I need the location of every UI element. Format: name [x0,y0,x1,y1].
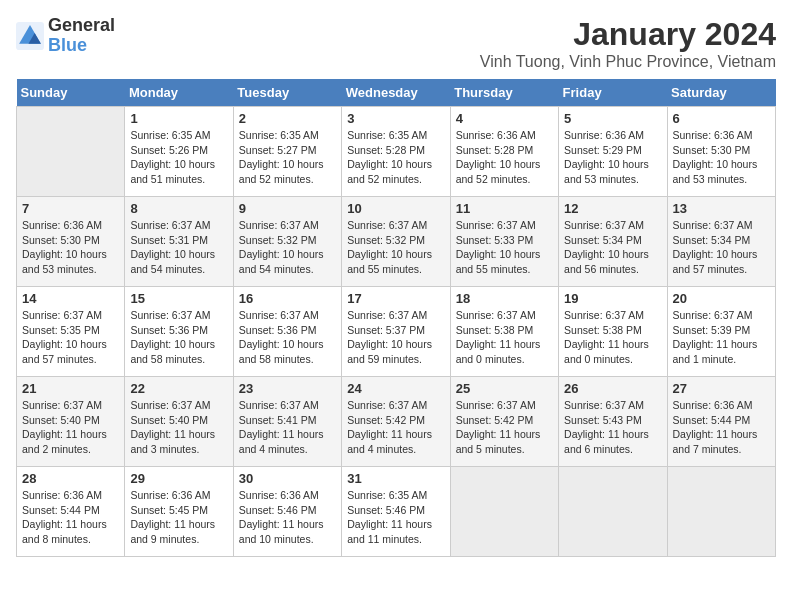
day-number: 1 [130,111,227,126]
day-number: 17 [347,291,444,306]
day-number: 26 [564,381,661,396]
day-number: 29 [130,471,227,486]
calendar-cell: 19Sunrise: 6:37 AM Sunset: 5:38 PM Dayli… [559,287,667,377]
day-number: 5 [564,111,661,126]
calendar-cell: 30Sunrise: 6:36 AM Sunset: 5:46 PM Dayli… [233,467,341,557]
calendar-cell: 17Sunrise: 6:37 AM Sunset: 5:37 PM Dayli… [342,287,450,377]
day-info: Sunrise: 6:36 AM Sunset: 5:30 PM Dayligh… [22,218,119,277]
header-sunday: Sunday [17,79,125,107]
day-info: Sunrise: 6:37 AM Sunset: 5:34 PM Dayligh… [673,218,770,277]
calendar-week-row: 7Sunrise: 6:36 AM Sunset: 5:30 PM Daylig… [17,197,776,287]
day-number: 7 [22,201,119,216]
day-number: 6 [673,111,770,126]
day-info: Sunrise: 6:37 AM Sunset: 5:32 PM Dayligh… [347,218,444,277]
day-info: Sunrise: 6:36 AM Sunset: 5:46 PM Dayligh… [239,488,336,547]
calendar-cell: 14Sunrise: 6:37 AM Sunset: 5:35 PM Dayli… [17,287,125,377]
calendar-cell: 2Sunrise: 6:35 AM Sunset: 5:27 PM Daylig… [233,107,341,197]
calendar-week-row: 14Sunrise: 6:37 AM Sunset: 5:35 PM Dayli… [17,287,776,377]
day-info: Sunrise: 6:37 AM Sunset: 5:38 PM Dayligh… [456,308,553,367]
day-info: Sunrise: 6:37 AM Sunset: 5:37 PM Dayligh… [347,308,444,367]
day-number: 12 [564,201,661,216]
day-info: Sunrise: 6:37 AM Sunset: 5:31 PM Dayligh… [130,218,227,277]
calendar-cell: 6Sunrise: 6:36 AM Sunset: 5:30 PM Daylig… [667,107,775,197]
calendar-cell: 21Sunrise: 6:37 AM Sunset: 5:40 PM Dayli… [17,377,125,467]
calendar-cell: 8Sunrise: 6:37 AM Sunset: 5:31 PM Daylig… [125,197,233,287]
day-number: 9 [239,201,336,216]
day-number: 24 [347,381,444,396]
calendar-cell: 22Sunrise: 6:37 AM Sunset: 5:40 PM Dayli… [125,377,233,467]
day-number: 18 [456,291,553,306]
header-thursday: Thursday [450,79,558,107]
calendar-header-row: Sunday Monday Tuesday Wednesday Thursday… [17,79,776,107]
calendar-cell: 9Sunrise: 6:37 AM Sunset: 5:32 PM Daylig… [233,197,341,287]
day-number: 31 [347,471,444,486]
day-number: 11 [456,201,553,216]
day-info: Sunrise: 6:37 AM Sunset: 5:36 PM Dayligh… [239,308,336,367]
calendar-cell [450,467,558,557]
day-number: 10 [347,201,444,216]
day-number: 25 [456,381,553,396]
header-monday: Monday [125,79,233,107]
day-info: Sunrise: 6:37 AM Sunset: 5:39 PM Dayligh… [673,308,770,367]
day-info: Sunrise: 6:37 AM Sunset: 5:33 PM Dayligh… [456,218,553,277]
day-info: Sunrise: 6:36 AM Sunset: 5:28 PM Dayligh… [456,128,553,187]
calendar-cell: 20Sunrise: 6:37 AM Sunset: 5:39 PM Dayli… [667,287,775,377]
calendar-cell: 27Sunrise: 6:36 AM Sunset: 5:44 PM Dayli… [667,377,775,467]
day-info: Sunrise: 6:37 AM Sunset: 5:32 PM Dayligh… [239,218,336,277]
calendar-cell: 29Sunrise: 6:36 AM Sunset: 5:45 PM Dayli… [125,467,233,557]
day-info: Sunrise: 6:35 AM Sunset: 5:26 PM Dayligh… [130,128,227,187]
calendar-cell: 3Sunrise: 6:35 AM Sunset: 5:28 PM Daylig… [342,107,450,197]
logo: GeneralBlue [16,16,115,56]
day-number: 16 [239,291,336,306]
day-info: Sunrise: 6:37 AM Sunset: 5:38 PM Dayligh… [564,308,661,367]
day-info: Sunrise: 6:37 AM Sunset: 5:36 PM Dayligh… [130,308,227,367]
calendar-cell [17,107,125,197]
day-info: Sunrise: 6:36 AM Sunset: 5:44 PM Dayligh… [673,398,770,457]
day-number: 19 [564,291,661,306]
day-number: 14 [22,291,119,306]
day-info: Sunrise: 6:36 AM Sunset: 5:45 PM Dayligh… [130,488,227,547]
day-info: Sunrise: 6:37 AM Sunset: 5:34 PM Dayligh… [564,218,661,277]
day-number: 27 [673,381,770,396]
calendar-cell: 10Sunrise: 6:37 AM Sunset: 5:32 PM Dayli… [342,197,450,287]
calendar-week-row: 21Sunrise: 6:37 AM Sunset: 5:40 PM Dayli… [17,377,776,467]
calendar-cell [667,467,775,557]
day-info: Sunrise: 6:36 AM Sunset: 5:29 PM Dayligh… [564,128,661,187]
calendar-week-row: 1Sunrise: 6:35 AM Sunset: 5:26 PM Daylig… [17,107,776,197]
logo-text: GeneralBlue [48,16,115,56]
day-info: Sunrise: 6:37 AM Sunset: 5:40 PM Dayligh… [22,398,119,457]
header-friday: Friday [559,79,667,107]
day-info: Sunrise: 6:37 AM Sunset: 5:43 PM Dayligh… [564,398,661,457]
calendar-title: January 2024 [480,16,776,53]
calendar-cell: 11Sunrise: 6:37 AM Sunset: 5:33 PM Dayli… [450,197,558,287]
logo-icon [16,22,44,50]
day-number: 23 [239,381,336,396]
calendar-cell: 26Sunrise: 6:37 AM Sunset: 5:43 PM Dayli… [559,377,667,467]
calendar-cell: 23Sunrise: 6:37 AM Sunset: 5:41 PM Dayli… [233,377,341,467]
day-number: 22 [130,381,227,396]
day-number: 13 [673,201,770,216]
day-number: 21 [22,381,119,396]
day-number: 8 [130,201,227,216]
calendar-cell: 15Sunrise: 6:37 AM Sunset: 5:36 PM Dayli… [125,287,233,377]
day-number: 20 [673,291,770,306]
day-info: Sunrise: 6:36 AM Sunset: 5:30 PM Dayligh… [673,128,770,187]
day-info: Sunrise: 6:37 AM Sunset: 5:42 PM Dayligh… [347,398,444,457]
day-info: Sunrise: 6:37 AM Sunset: 5:42 PM Dayligh… [456,398,553,457]
title-block: January 2024 Vinh Tuong, Vinh Phuc Provi… [480,16,776,71]
calendar-cell [559,467,667,557]
header-wednesday: Wednesday [342,79,450,107]
day-info: Sunrise: 6:37 AM Sunset: 5:35 PM Dayligh… [22,308,119,367]
calendar-cell: 1Sunrise: 6:35 AM Sunset: 5:26 PM Daylig… [125,107,233,197]
calendar-table: Sunday Monday Tuesday Wednesday Thursday… [16,79,776,557]
day-number: 30 [239,471,336,486]
calendar-cell: 16Sunrise: 6:37 AM Sunset: 5:36 PM Dayli… [233,287,341,377]
calendar-cell: 18Sunrise: 6:37 AM Sunset: 5:38 PM Dayli… [450,287,558,377]
calendar-cell: 12Sunrise: 6:37 AM Sunset: 5:34 PM Dayli… [559,197,667,287]
day-info: Sunrise: 6:36 AM Sunset: 5:44 PM Dayligh… [22,488,119,547]
calendar-cell: 7Sunrise: 6:36 AM Sunset: 5:30 PM Daylig… [17,197,125,287]
calendar-cell: 5Sunrise: 6:36 AM Sunset: 5:29 PM Daylig… [559,107,667,197]
header-tuesday: Tuesday [233,79,341,107]
calendar-cell: 13Sunrise: 6:37 AM Sunset: 5:34 PM Dayli… [667,197,775,287]
calendar-cell: 31Sunrise: 6:35 AM Sunset: 5:46 PM Dayli… [342,467,450,557]
